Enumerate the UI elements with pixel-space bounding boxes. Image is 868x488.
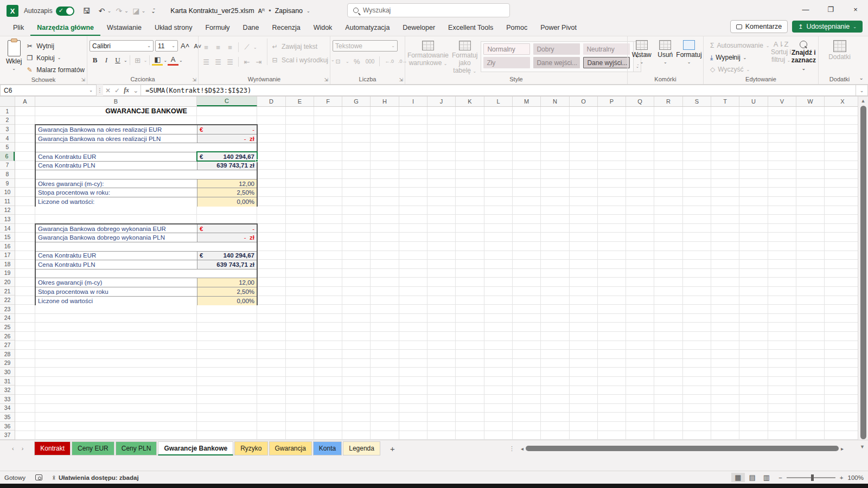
row-label[interactable]: Stopa procentowa w roku:	[36, 188, 197, 197]
increase-decimal-icon[interactable]: ←.0	[384, 56, 395, 67]
orientation-icon[interactable]: ⟋	[241, 42, 252, 53]
column-header-A[interactable]: A	[15, 97, 35, 106]
column-header-M[interactable]: M	[513, 97, 541, 106]
row-header-33[interactable]: 33	[0, 395, 15, 404]
fill-handle[interactable]	[256, 159, 258, 162]
row-header-15[interactable]: 15	[0, 233, 15, 242]
accounting-format-icon[interactable]: ⊡	[333, 56, 343, 67]
row-value[interactable]: 2,50%	[197, 287, 257, 296]
row-label[interactable]: Okres gwarancji (m-cy):	[36, 179, 197, 188]
selected-cell-C6[interactable]	[196, 151, 258, 162]
merge-center-button[interactable]: ⊟Scal i wyśrodkuj ⌄	[271, 55, 335, 65]
delete-cells-button[interactable]: Usuń ⌄	[654, 38, 678, 65]
row-label[interactable]: Cena Kontraktu EUR	[36, 252, 197, 260]
row-value[interactable]: €-	[197, 125, 257, 134]
column-header-Q[interactable]: Q	[626, 97, 654, 106]
row-value[interactable]: €140 294,67	[197, 252, 257, 260]
find-select-button[interactable]: Znajdź izaznacz ⌄	[792, 38, 816, 72]
fill-color-chevron-icon[interactable]: ⌄	[163, 58, 167, 63]
row-headers[interactable]: 1234567891011121314151617181920212223242…	[0, 107, 15, 440]
row-label[interactable]: Cena Kontraktu PLN	[36, 260, 197, 269]
sheet-tab-legenda[interactable]: Legenda	[343, 441, 380, 455]
fill-button[interactable]: ⤓Wypełnij ⌄	[710, 53, 770, 62]
cell-style-4[interactable]: Zły	[483, 57, 530, 68]
insert-function-icon[interactable]: fx	[124, 86, 129, 94]
menu-tab-widok[interactable]: Widok	[307, 22, 339, 36]
menu-tab-automatyzacja[interactable]: Automatyzacja	[339, 22, 396, 36]
normal-view-icon[interactable]: ▦	[731, 473, 744, 482]
scroll-down-icon[interactable]: ▼	[860, 444, 865, 450]
menu-tab-power-pivot[interactable]: Power Pivot	[534, 22, 583, 36]
row-header-5[interactable]: 5	[0, 143, 15, 152]
clipboard-dialog-launcher-icon[interactable]: ⇲	[81, 77, 85, 82]
menu-tab-excellent-tools[interactable]: Excellent Tools	[442, 22, 500, 36]
align-right-icon[interactable]: ☰	[225, 56, 235, 67]
row-header-26[interactable]: 26	[0, 332, 15, 341]
column-header-W[interactable]: W	[796, 97, 825, 106]
font-color-icon[interactable]: A	[168, 55, 178, 66]
sort-filter-button[interactable]: A⇂Z Sortuj ifiltruj ⌄	[771, 38, 792, 64]
zoom-in-icon[interactable]: +	[840, 474, 844, 481]
menu-tab-formu-y[interactable]: Formuły	[199, 22, 236, 36]
font-name-select[interactable]: Calibri⌄	[90, 40, 154, 52]
share-button[interactable]: ↥ Udostępnianie ⌄	[792, 21, 863, 33]
qat-customize-icon[interactable]: ⌄̄	[146, 4, 160, 17]
sheet-tab-ryzyko[interactable]: Ryzyko	[234, 441, 267, 455]
row-value[interactable]: 0,00%	[197, 197, 257, 207]
column-header-J[interactable]: J	[427, 97, 456, 106]
align-top-icon[interactable]: ≡	[201, 42, 212, 53]
row-label[interactable]: Gwarancja Bankowa na okres realizacji PL…	[36, 134, 197, 143]
number-dialog-launcher-icon[interactable]: ⇲	[399, 77, 403, 82]
page-break-view-icon[interactable]: ▥	[760, 473, 773, 482]
borders-icon[interactable]: ⊞	[132, 55, 143, 66]
align-left-icon[interactable]: ☰	[201, 56, 212, 67]
function-chevron-icon[interactable]: ⌄	[133, 87, 138, 94]
row-label[interactable]: Okres gwarancji (m-cy)	[36, 278, 197, 287]
row-value[interactable]: - zł	[197, 233, 257, 242]
row-header-29[interactable]: 29	[0, 359, 15, 368]
font-size-select[interactable]: 11⌄	[155, 40, 178, 52]
menu-tab-dane[interactable]: Dane	[237, 22, 266, 36]
sheet-tab-konta[interactable]: Konta	[313, 441, 342, 455]
row-value[interactable]: 12,00	[197, 179, 257, 188]
zoom-slider[interactable]	[787, 477, 835, 478]
row-header-13[interactable]: 13	[0, 215, 15, 224]
cell-style-1[interactable]: Normalny	[483, 43, 530, 55]
conditional-formatting-button[interactable]: Formatowaniewarunkowe ⌄	[407, 38, 449, 67]
row-label[interactable]: Cena Kontraktu PLN	[36, 162, 197, 170]
row-header-20[interactable]: 20	[0, 278, 15, 287]
menu-tab-recenzja[interactable]: Recenzja	[266, 22, 307, 36]
row-label[interactable]: Liczone od wartości	[36, 297, 197, 306]
row-label[interactable]: Cena Kontraktu EUR	[36, 152, 197, 161]
row-value[interactable]: €-	[197, 224, 257, 233]
align-bottom-icon[interactable]: ≡	[225, 42, 235, 53]
italic-button[interactable]: I	[101, 55, 112, 66]
format-cells-button[interactable]: Formatuj ⌄	[677, 38, 701, 65]
row-header-35[interactable]: 35	[0, 413, 15, 422]
saved-chevron-icon[interactable]: ⌄	[307, 9, 310, 14]
addins-button[interactable]: Dodatki	[828, 38, 852, 61]
row-header-9[interactable]: 9	[0, 179, 15, 188]
row-label[interactable]: Gwarancja Bankowa dobrego wykonania PLN	[36, 233, 197, 242]
column-header-U[interactable]: U	[739, 97, 768, 106]
expand-formula-bar-icon[interactable]: ⌄	[856, 85, 868, 96]
row-header-17[interactable]: 17	[0, 251, 15, 260]
alignment-dialog-launcher-icon[interactable]: ⇲	[324, 77, 328, 82]
menu-tab-narz-dzia-g-wne[interactable]: Narzędzia główne	[30, 22, 100, 36]
horizontal-scrollbar[interactable]: ◂ ▸	[521, 444, 844, 453]
column-header-G[interactable]: G	[342, 97, 371, 106]
cancel-formula-icon[interactable]: ✕	[105, 87, 111, 94]
bold-button[interactable]: B	[90, 55, 100, 66]
column-header-S[interactable]: S	[683, 97, 711, 106]
clear-button[interactable]: ◇Wyczyść ⌄	[710, 65, 770, 74]
copy-button[interactable]: ❐Kopiuj ⌄	[25, 53, 85, 63]
sheet-tab-kontrakt[interactable]: Kontrakt	[34, 441, 71, 455]
row-header-7[interactable]: 7	[0, 161, 15, 170]
row-header-1[interactable]: 1	[0, 107, 15, 116]
row-header-34[interactable]: 34	[0, 404, 15, 413]
row-header-21[interactable]: 21	[0, 287, 15, 296]
cell-style-3[interactable]: Neutralny	[583, 43, 630, 55]
vertical-scrollbar[interactable]: ▲	[858, 97, 868, 440]
align-center-icon[interactable]: ☰	[213, 56, 224, 67]
enter-formula-icon[interactable]: ✓	[114, 87, 120, 94]
